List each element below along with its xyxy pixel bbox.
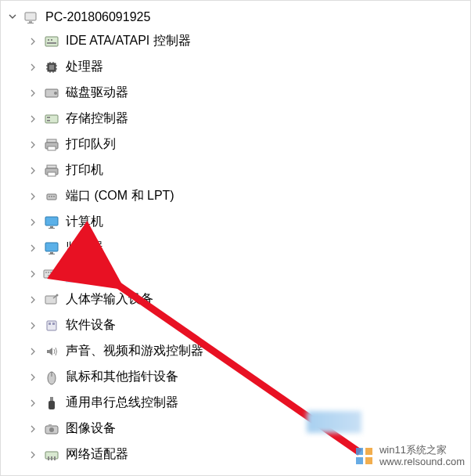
svg-rect-25 <box>47 165 56 168</box>
tree-item-softdev[interactable]: 软件设备 <box>5 312 471 338</box>
svg-point-5 <box>51 39 52 41</box>
monitor-icon <box>42 239 61 258</box>
svg-point-18 <box>54 92 57 95</box>
svg-rect-64 <box>356 457 363 464</box>
cpu-icon <box>42 58 61 77</box>
tree-item-printer[interactable]: 打印机 <box>5 157 471 183</box>
svg-point-46 <box>56 294 59 296</box>
svg-rect-41 <box>50 272 52 273</box>
tree-item-hid[interactable]: 人体学输入设备 <box>5 287 471 312</box>
chevron-right-icon[interactable] <box>27 139 39 151</box>
tree-item-storage[interactable]: 存储控制器 <box>5 106 471 132</box>
chevron-right-icon[interactable] <box>27 268 39 280</box>
chevron-right-icon[interactable] <box>27 190 39 203</box>
svg-point-30 <box>51 196 52 197</box>
chevron-right-icon[interactable] <box>27 319 39 332</box>
chevron-right-icon[interactable] <box>27 242 39 254</box>
svg-rect-24 <box>48 146 56 150</box>
monitor-icon <box>42 213 61 232</box>
tree-item-mouse[interactable]: 鼠标和其他指针设备 <box>5 364 471 390</box>
tree-item-label: 端口 (COM 和 LPT) <box>66 188 174 204</box>
tree-item-monitor[interactable]: 监视器 <box>5 235 471 261</box>
tree-item-label: 监视器 <box>66 240 103 256</box>
svg-point-31 <box>53 196 55 197</box>
chevron-right-icon[interactable] <box>27 113 39 125</box>
watermark-title: win11系统之家 <box>379 445 465 456</box>
svg-rect-42 <box>52 272 54 273</box>
tree-item-label: 软件设备 <box>66 317 116 334</box>
tree-item-disk[interactable]: 磁盘驱动器 <box>5 80 471 106</box>
svg-rect-53 <box>49 401 55 409</box>
tree-item-ide[interactable]: IDE ATA/ATAPI 控制器 <box>5 28 471 54</box>
tree-item-usb[interactable]: 通用串行总线控制器 <box>5 390 471 416</box>
chevron-down-icon[interactable] <box>6 11 19 23</box>
tree-item-label: 鼠标和其他指针设备 <box>66 369 178 385</box>
svg-rect-27 <box>48 172 56 176</box>
chevron-right-icon[interactable] <box>27 164 39 177</box>
hid-icon <box>42 290 61 309</box>
keyboard-icon <box>42 265 61 283</box>
tree-item-label: 声音、视频和游戏控制器 <box>66 343 203 359</box>
svg-rect-58 <box>48 456 49 460</box>
svg-rect-3 <box>45 37 58 46</box>
watermark: win11系统之家 www.relsound.com <box>354 445 465 468</box>
svg-point-29 <box>49 196 50 197</box>
tree-item-label: 磁盘驱动器 <box>66 85 128 101</box>
software-icon <box>42 316 61 335</box>
svg-rect-1 <box>29 21 32 23</box>
svg-rect-49 <box>52 323 55 325</box>
printer-icon <box>42 135 61 154</box>
chevron-right-icon[interactable] <box>27 449 39 461</box>
svg-rect-62 <box>356 448 363 455</box>
tree-item-ports[interactable]: 端口 (COM 和 LPT) <box>5 183 471 209</box>
tree-item-computer[interactable]: 计算机 <box>5 209 471 235</box>
audio-icon <box>42 342 61 361</box>
svg-rect-48 <box>49 323 51 325</box>
network-icon <box>42 445 61 464</box>
tree-item-keyboard[interactable]: 键盘 <box>5 261 471 287</box>
svg-rect-52 <box>50 397 53 401</box>
mouse-icon <box>42 368 61 387</box>
svg-rect-21 <box>47 120 50 121</box>
chevron-right-icon[interactable] <box>27 294 39 306</box>
chevron-right-icon[interactable] <box>27 345 39 358</box>
svg-rect-20 <box>47 117 50 118</box>
tree-item-label: 打印机 <box>66 162 103 178</box>
svg-rect-44 <box>48 275 56 276</box>
tree-root-label: PC-201806091925 <box>45 10 150 24</box>
tree-root-row[interactable]: PC-201806091925 <box>5 6 471 28</box>
chevron-right-icon[interactable] <box>27 397 39 409</box>
tree-item-audio[interactable]: 声音、视频和游戏控制器 <box>5 338 471 364</box>
tree-item-label: 网络适配器 <box>66 446 128 463</box>
svg-rect-6 <box>47 42 56 44</box>
chevron-right-icon[interactable] <box>27 423 39 435</box>
tree-item-label: 存储控制器 <box>66 110 128 127</box>
svg-rect-22 <box>47 139 56 142</box>
svg-point-55 <box>49 427 54 432</box>
svg-rect-59 <box>51 456 52 460</box>
tree-item-imaging[interactable]: 图像设备 <box>5 416 471 442</box>
tree-item-label: 图像设备 <box>66 420 116 437</box>
storage-icon <box>42 110 61 128</box>
tree-item-cpu[interactable]: 处理器 <box>5 54 471 80</box>
tree-item-label: 打印队列 <box>66 136 116 153</box>
svg-rect-32 <box>45 217 58 225</box>
tree-item-label: 键盘 <box>66 265 95 283</box>
chevron-right-icon[interactable] <box>27 87 39 99</box>
blurred-region <box>307 411 361 433</box>
svg-rect-65 <box>365 457 372 464</box>
usb-icon <box>42 394 61 413</box>
chevron-right-icon[interactable] <box>27 371 39 384</box>
tree-item-label: 人体学输入设备 <box>66 291 153 308</box>
svg-rect-47 <box>47 321 56 330</box>
chevron-right-icon[interactable] <box>27 61 39 74</box>
chevron-right-icon[interactable] <box>27 35 39 48</box>
chevron-right-icon[interactable] <box>27 216 39 229</box>
tree-item-label: 通用串行总线控制器 <box>66 395 178 411</box>
svg-rect-0 <box>25 13 36 20</box>
port-icon <box>42 187 61 206</box>
tree-item-printq[interactable]: 打印队列 <box>5 132 471 157</box>
svg-rect-33 <box>50 226 53 228</box>
svg-rect-60 <box>54 456 56 460</box>
svg-rect-63 <box>365 448 372 455</box>
